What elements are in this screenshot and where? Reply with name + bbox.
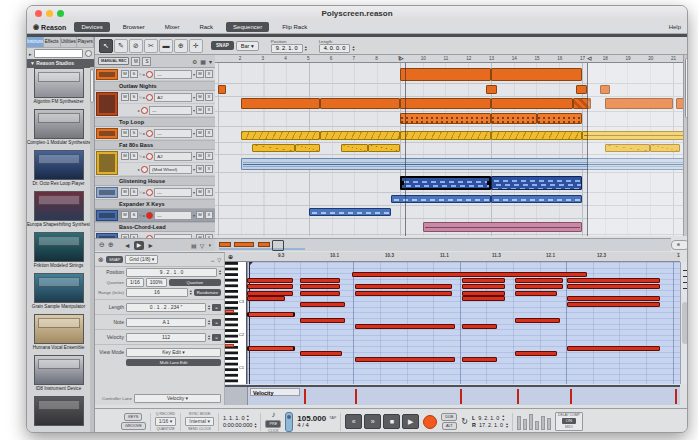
track[interactable]: MS½▸—▾MX xyxy=(95,68,215,82)
device-item-algoritm-fm-synthesizer[interactable]: Algoritm FM Synthesizer xyxy=(27,68,90,108)
track-solo-button[interactable]: S xyxy=(130,188,138,196)
clip[interactable] xyxy=(341,144,368,152)
controller-lane-dropdown[interactable]: Velocity ▾ xyxy=(134,394,221,403)
randomize-button[interactable]: Randomize xyxy=(194,289,221,296)
midi-note[interactable] xyxy=(567,302,660,307)
editor-snap-button[interactable]: SNAP xyxy=(106,256,123,263)
expand-icon[interactable]: ▸ xyxy=(143,154,145,159)
half-circle-icon[interactable]: ◑ xyxy=(207,242,211,249)
groove-button[interactable]: GROOVE xyxy=(121,422,146,430)
browser-scrollbar[interactable] xyxy=(90,67,94,433)
track[interactable]: MS½▸A2▾MX▸(Mod Wheel)▾MX xyxy=(95,150,215,177)
arrow-left-icon[interactable]: ◄ xyxy=(124,242,131,249)
lane-chevron-icon[interactable]: ▾ xyxy=(193,213,195,218)
browser-search-input[interactable] xyxy=(34,49,83,58)
lane-delete-button[interactable]: X xyxy=(205,93,213,101)
midi-note[interactable] xyxy=(247,278,293,283)
fast-forward-button[interactable]: » xyxy=(364,414,381,429)
time-signature[interactable]: 4 / 4 xyxy=(297,422,326,429)
track-solo-button[interactable]: S xyxy=(130,129,138,137)
midi-note[interactable] xyxy=(352,272,587,277)
navigator-h-scrollbar[interactable] xyxy=(671,240,688,250)
clip[interactable] xyxy=(400,68,491,81)
lane-chevron-icon[interactable]: ▾ xyxy=(193,131,195,136)
midi-note[interactable] xyxy=(462,296,505,301)
midi-note[interactable] xyxy=(567,278,660,283)
device-item-complex-1-modular-synthesizer[interactable]: Complex-1 Modular Synthesizer xyxy=(27,109,90,149)
clip[interactable] xyxy=(491,176,582,190)
arrangement-ruler[interactable]: 23456789101112131415161718192021▷◁ xyxy=(215,55,683,63)
midi-note[interactable] xyxy=(515,278,563,283)
stop-button[interactable]: ■ xyxy=(383,414,400,429)
shield2-icon[interactable]: ▽ xyxy=(217,257,221,263)
record-button[interactable] xyxy=(423,415,437,429)
left-locator-value[interactable]: 9. 2. 1. 0 xyxy=(478,415,499,421)
midi-note[interactable] xyxy=(515,291,557,296)
track[interactable]: MS½▸—▾MX xyxy=(95,186,215,200)
browse-arrow-icon[interactable]: ▸ xyxy=(29,51,32,57)
midi-note[interactable] xyxy=(462,284,505,289)
note-apply-button[interactable]: = xyxy=(212,319,221,326)
song-position-time[interactable]: 0:00:00:000 xyxy=(223,422,253,428)
velocity-apply-button[interactable]: = xyxy=(212,334,221,341)
range-value[interactable]: 16 xyxy=(126,288,188,297)
track-mute-button[interactable]: M xyxy=(121,211,129,219)
track-mute-button[interactable]: M xyxy=(121,70,129,78)
lane-mute-button[interactable]: M xyxy=(196,165,204,173)
length-value[interactable]: 4. 0. 0. 0 xyxy=(319,44,351,53)
quantize-amount-dropdown[interactable]: 100% xyxy=(146,278,167,287)
midi-note[interactable] xyxy=(247,284,293,289)
window-icon[interactable]: ▤ xyxy=(191,242,197,249)
track-solo-button[interactable]: S xyxy=(130,152,138,160)
record-arm-button[interactable] xyxy=(141,166,148,173)
midi-note[interactable] xyxy=(300,351,342,356)
record-arm-button[interactable] xyxy=(146,71,153,78)
lane-delete-button[interactable]: X xyxy=(205,188,213,196)
expand-icon[interactable]: ▸ xyxy=(138,167,140,172)
lane-delete-button[interactable]: X xyxy=(205,211,213,219)
midi-note[interactable] xyxy=(515,351,557,356)
midi-note[interactable] xyxy=(462,278,505,283)
piano-keyboard[interactable]: C3C2C1 xyxy=(225,262,247,384)
pencil-tool[interactable]: ✎ xyxy=(114,39,128,53)
arrow-right-icon[interactable]: ► xyxy=(147,242,154,249)
track-mute-button[interactable]: M xyxy=(121,152,129,160)
search-filter-icon[interactable] xyxy=(85,50,92,57)
expand-icon[interactable]: ▸ xyxy=(138,108,140,113)
clip[interactable] xyxy=(218,85,226,94)
song-navigator[interactable] xyxy=(215,238,671,251)
editor-magnify-icon[interactable]: ⊕ xyxy=(228,253,233,260)
follow-song-button[interactable]: ▶ xyxy=(134,241,145,250)
pos-time-stepper[interactable]: ▴▾ xyxy=(254,422,256,429)
zoom-out-icon[interactable]: ⊖ xyxy=(99,241,105,249)
clip[interactable] xyxy=(400,113,491,124)
qrec-value-dropdown[interactable]: 1/16 ▾ xyxy=(155,417,177,426)
clip[interactable] xyxy=(491,98,573,109)
clip[interactable] xyxy=(400,98,491,109)
lane-delete-button[interactable]: X xyxy=(205,165,213,173)
app-tab-browser[interactable]: Browser xyxy=(116,22,152,32)
lane-chevron-icon[interactable]: ▾ xyxy=(193,154,195,159)
h-arrows-icon[interactable]: ↔ xyxy=(210,257,215,263)
velocity-stepper[interactable]: ▴▾ xyxy=(208,334,210,341)
velocity-stem[interactable] xyxy=(460,389,462,404)
velocity-stem[interactable] xyxy=(675,389,677,404)
lane-mute-button[interactable]: M xyxy=(196,93,204,101)
right-locator-stepper[interactable]: ▴▾ xyxy=(506,422,508,429)
editor-grid-dropdown[interactable]: Grid (1/8) ▾ xyxy=(125,255,158,264)
app-tab-rack[interactable]: Rack xyxy=(192,22,220,32)
song-position-bars[interactable]: 1. 1. 1. 0 xyxy=(223,415,245,421)
app-tab-mixer[interactable]: Mixer xyxy=(158,22,187,32)
pre-button[interactable]: PRE xyxy=(265,420,281,428)
record-arm-button[interactable] xyxy=(146,94,153,101)
reason-logo[interactable]: ◉ Reason xyxy=(33,23,66,31)
midi-note[interactable] xyxy=(355,284,452,289)
midi-note[interactable] xyxy=(462,324,497,329)
device-item-dr-octo-rex-loop-player[interactable]: Dr. Octo Rex Loop Player xyxy=(27,150,90,190)
clip[interactable] xyxy=(368,144,400,152)
midi-note[interactable] xyxy=(567,346,660,351)
quantize-value-dropdown[interactable]: 1/16 xyxy=(126,278,144,287)
range-stepper[interactable]: ▴▾ xyxy=(190,289,192,296)
expand-icon[interactable]: ▸ xyxy=(143,131,145,136)
browser-tab-instruments[interactable]: Instruments xyxy=(27,37,44,47)
